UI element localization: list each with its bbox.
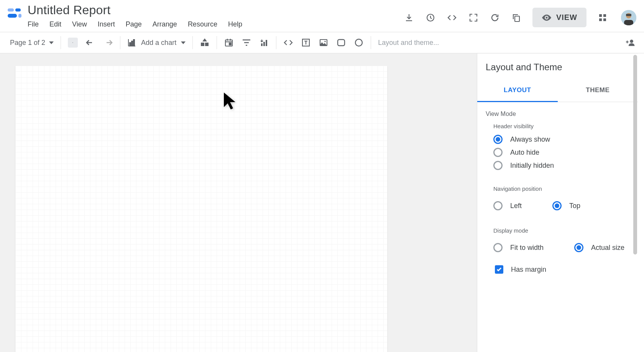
svg-rect-15 — [130, 43, 131, 46]
url-embed-icon[interactable] — [283, 38, 293, 48]
tab-theme[interactable]: THEME — [558, 79, 638, 102]
panel-scrollbar[interactable] — [633, 55, 637, 254]
svg-rect-7 — [599, 14, 602, 17]
svg-rect-1 — [15, 8, 21, 12]
tab-layout[interactable]: LAYOUT — [477, 79, 558, 102]
radio-icon — [552, 201, 562, 210]
layout-theme-field[interactable]: Layout and theme... — [371, 39, 626, 47]
svg-rect-21 — [229, 43, 231, 45]
svg-rect-28 — [338, 40, 345, 46]
right-gutter — [638, 53, 644, 352]
community-viz-icon[interactable] — [200, 38, 210, 48]
copy-icon[interactable] — [511, 12, 522, 23]
radio-label: Fit to width — [510, 244, 544, 252]
svg-rect-13 — [626, 14, 631, 16]
view-mode-label: View Mode — [486, 111, 629, 117]
radio-display-fit[interactable]: Fit to width — [493, 243, 544, 252]
add-chart-button[interactable]: Add a chart — [127, 38, 186, 47]
svg-point-30 — [630, 40, 633, 43]
add-person-icon[interactable] — [626, 38, 636, 48]
svg-rect-2 — [8, 14, 17, 18]
checkbox-has-margin[interactable]: Has margin — [495, 265, 629, 274]
menu-view[interactable]: View — [72, 20, 87, 28]
canvas-area[interactable] — [0, 53, 477, 352]
svg-rect-18 — [201, 43, 204, 46]
fullscreen-icon[interactable] — [468, 12, 479, 23]
svg-rect-8 — [603, 14, 606, 17]
radio-header-always[interactable]: Always show — [493, 135, 629, 144]
header-visibility-label: Header visibility — [493, 123, 629, 129]
checkbox-icon — [495, 265, 503, 274]
chevron-down-icon — [49, 41, 54, 44]
navigation-position-label: Navigation position — [493, 185, 629, 192]
page-selector[interactable]: Page 1 of 2 — [10, 39, 54, 47]
svg-rect-5 — [515, 16, 519, 21]
svg-point-27 — [324, 41, 326, 42]
cursor-icon — [222, 92, 237, 111]
chart-icon — [127, 38, 136, 47]
svg-rect-0 — [8, 8, 14, 12]
chevron-down-icon — [181, 41, 186, 44]
redo-button[interactable] — [103, 38, 113, 48]
menu-edit[interactable]: Edit — [49, 20, 61, 28]
add-chart-label: Add a chart — [141, 39, 176, 47]
svg-rect-9 — [599, 18, 602, 21]
date-range-icon[interactable] — [224, 38, 234, 48]
page-selector-label: Page 1 of 2 — [10, 39, 45, 47]
download-icon[interactable] — [404, 12, 414, 23]
image-icon[interactable] — [319, 38, 329, 48]
menu-arrange[interactable]: Arrange — [153, 20, 177, 28]
menu-resource[interactable]: Resource — [188, 20, 217, 28]
svg-rect-19 — [205, 43, 209, 46]
svg-point-6 — [545, 17, 547, 18]
data-control-icon[interactable] — [259, 38, 269, 48]
radio-icon — [493, 135, 503, 144]
panel-title: Layout and Theme — [477, 53, 638, 79]
svg-rect-10 — [603, 18, 606, 21]
menu-page[interactable]: Page — [126, 20, 142, 28]
radio-label: Auto hide — [510, 149, 539, 157]
text-icon[interactable] — [301, 38, 311, 48]
radio-header-initial[interactable]: Initially hidden — [493, 161, 629, 170]
radio-header-auto[interactable]: Auto hide — [493, 148, 629, 157]
svg-rect-22 — [261, 43, 263, 46]
circle-icon[interactable] — [354, 38, 364, 48]
embed-icon[interactable] — [447, 12, 457, 23]
radio-label: Initially hidden — [510, 162, 554, 170]
svg-rect-3 — [18, 14, 21, 18]
radio-label: Top — [569, 202, 580, 210]
radio-icon — [493, 243, 503, 252]
view-button-label: VIEW — [556, 13, 577, 22]
radio-display-actual[interactable]: Actual size — [574, 243, 624, 252]
select-tool[interactable] — [68, 38, 78, 48]
app-logo[interactable] — [7, 6, 22, 21]
user-avatar[interactable] — [621, 10, 636, 25]
svg-rect-17 — [133, 40, 135, 46]
report-page-canvas[interactable] — [15, 66, 387, 352]
radio-nav-top[interactable]: Top — [552, 201, 580, 210]
svg-rect-16 — [131, 41, 133, 46]
radio-nav-left[interactable]: Left — [493, 201, 522, 210]
refresh-icon[interactable] — [490, 12, 500, 23]
menu-file[interactable]: File — [28, 20, 39, 28]
display-mode-label: Display mode — [493, 227, 629, 234]
view-button[interactable]: VIEW — [532, 8, 586, 27]
undo-button[interactable] — [85, 38, 95, 48]
radio-label: Actual size — [591, 244, 624, 252]
apps-icon[interactable] — [597, 12, 608, 23]
checkbox-label: Has margin — [511, 266, 546, 274]
radio-icon — [493, 148, 503, 157]
radio-label: Always show — [510, 136, 550, 144]
svg-rect-24 — [266, 40, 267, 46]
menu-help[interactable]: Help — [228, 20, 242, 28]
menu-insert[interactable]: Insert — [98, 20, 115, 28]
radio-icon — [493, 161, 503, 170]
rectangle-icon[interactable] — [336, 38, 346, 48]
side-panel: Layout and Theme LAYOUT THEME View Mode … — [477, 53, 638, 352]
history-icon[interactable] — [425, 12, 436, 23]
report-title[interactable]: Untitled Report — [28, 3, 242, 17]
radio-icon — [574, 243, 583, 252]
filter-icon[interactable] — [242, 38, 251, 48]
svg-rect-14 — [624, 20, 633, 25]
radio-icon — [493, 201, 503, 210]
